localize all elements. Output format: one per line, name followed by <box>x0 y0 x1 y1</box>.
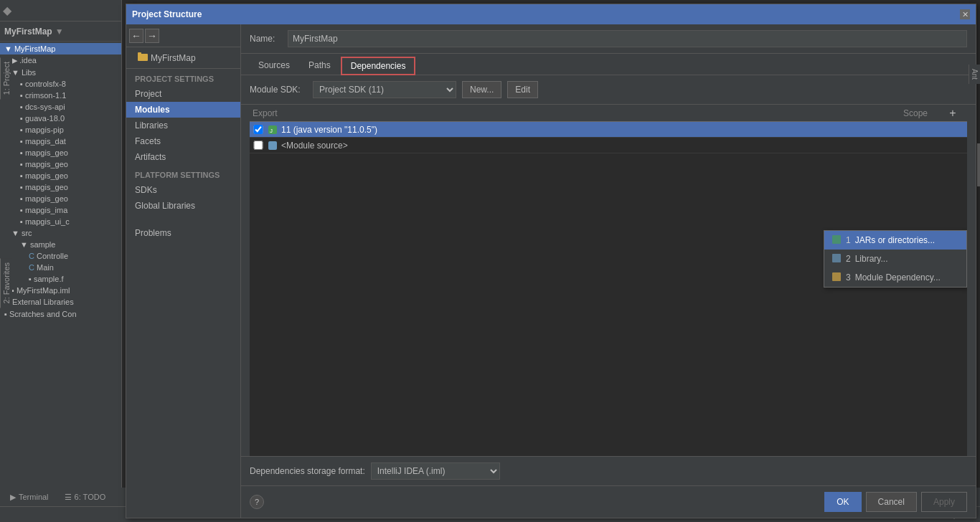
storage-format-select[interactable]: IntelliJ IDEA (.iml) Eclipse (.classpath… <box>371 462 500 480</box>
bottom-tab-terminal[interactable]: ▶ Terminal <box>3 488 56 506</box>
nav-item-artifacts[interactable]: Artifacts <box>126 149 240 165</box>
dep-checkbox-2[interactable] <box>253 141 264 150</box>
nav-item-project[interactable]: Project <box>126 86 240 102</box>
add-dependency-button[interactable]: + <box>944 105 961 122</box>
nav-item-problems[interactable]: Problems <box>126 225 240 241</box>
todo-icon: ☰ <box>65 493 72 502</box>
module-tree-item-myfirstmap[interactable]: MyFirstMap <box>132 50 235 65</box>
nav-item-sdks[interactable]: SDKs <box>126 182 240 198</box>
tree-item-mapgis5[interactable]: ▪ mapgis_geo <box>0 170 121 181</box>
module-folder-icon <box>138 52 148 63</box>
tree-item-mapgis4[interactable]: ▪ mapgis_geo <box>0 158 121 170</box>
sdk-icon: J <box>267 124 278 136</box>
dropdown-item-module-dep[interactable]: 3 Module Dependency... <box>824 268 966 287</box>
tree-item-mapgis8[interactable]: ▪ mapgis_ima <box>0 204 121 216</box>
tree-item-libs[interactable]: ▼ Libs <box>0 67 121 78</box>
sdk-new-button[interactable]: New... <box>462 81 501 98</box>
tree-item-guava[interactable]: ▪ guava-18.0 <box>0 113 121 124</box>
tree-item-mapgis1[interactable]: ▪ mapgis-pip <box>0 124 121 136</box>
table-row[interactable]: J 11 (java version "11.0.5") <box>250 122 967 138</box>
storage-format-row: Dependencies storage format: IntelliJ ID… <box>241 456 976 485</box>
tree-expand-icon: ▼ <box>4 44 14 53</box>
terminal-icon: ▶ <box>10 493 16 502</box>
ok-button[interactable]: OK <box>824 492 861 512</box>
vertical-resize-handle[interactable] <box>977 143 980 186</box>
deps-table-container: Export Scope + J 11 (jav <box>250 105 967 456</box>
svg-text:J: J <box>270 128 273 134</box>
deps-table-body: J 11 (java version "11.0.5") <Module sou… <box>250 122 967 456</box>
nav-forward-button[interactable]: → <box>145 29 159 43</box>
sdk-label: Module SDK: <box>250 85 307 95</box>
sdk-row: Module SDK: Project SDK (11) New... Edit <box>241 75 976 105</box>
project-dropdown-icon[interactable]: ▼ <box>55 27 64 37</box>
tree-item-samplef[interactable]: ▪ sample.f <box>0 273 121 285</box>
tree-item-mapgis7[interactable]: ▪ mapgis_geo <box>0 193 121 204</box>
sdk-edit-button[interactable]: Edit <box>507 81 538 98</box>
tree-item-idea[interactable]: ▶ .idea <box>0 54 121 67</box>
tree-item-crimson[interactable]: ▪ crimson-1.1 <box>0 90 121 101</box>
dialog-titlebar: Project Structure ✕ <box>126 4 976 24</box>
tab-dependencies[interactable]: Dependencies <box>341 57 416 75</box>
add-dependency-dropdown: 1 JARs or directories... 2 Library... <box>824 230 967 288</box>
apply-button[interactable]: Apply <box>921 492 967 512</box>
tree-item-src[interactable]: ▼ src <box>0 227 121 239</box>
cancel-button[interactable]: Cancel <box>866 492 917 512</box>
dropdown-item-jars[interactable]: 1 JARs or directories... <box>824 231 966 250</box>
nav-item-modules[interactable]: Modules <box>126 102 240 118</box>
tree-item-scratches[interactable]: ▪ Scratches and Con <box>0 308 121 320</box>
tree-item-sample[interactable]: ▼ sample <box>0 239 121 250</box>
dialog-close-button[interactable]: ✕ <box>960 9 970 19</box>
module-name-tree: MyFirstMap <box>151 53 196 63</box>
sdk-select[interactable]: Project SDK (11) <box>313 81 456 98</box>
tab-sources[interactable]: Sources <box>250 57 298 75</box>
svg-rect-6 <box>832 235 841 244</box>
tree-item-main[interactable]: C Main <box>0 262 121 273</box>
dialog-right-panel: Name: Sources Paths Dependencies Module … <box>241 24 976 518</box>
module-dep-item-label: Module Dependency... <box>855 272 941 283</box>
module-name-input[interactable] <box>288 30 967 47</box>
jars-item-num: 1 <box>846 235 851 245</box>
dep-row-label-1: 11 (java version "11.0.5") <box>281 125 907 135</box>
nav-item-global-libraries[interactable]: Global Libraries <box>126 198 240 214</box>
tree-item-dcs[interactable]: ▪ dcs-sys-api <box>0 101 121 113</box>
side-tab-project[interactable]: 1: Project <box>0 57 12 99</box>
tree-item-mapgis3[interactable]: ▪ mapgis_geo <box>0 147 121 158</box>
deps-table-header: Export Scope + <box>250 105 967 122</box>
ide-toolbar: ◆ <box>0 0 121 22</box>
project-structure-dialog: Project Structure ✕ ← → MyFirstMap <box>126 4 976 518</box>
tree-item-mapgis2[interactable]: ▪ mapgis_dat <box>0 136 121 147</box>
ide-logo: ◆ <box>3 4 11 17</box>
tab-paths[interactable]: Paths <box>300 57 339 75</box>
table-row[interactable]: <Module source> <box>250 138 967 153</box>
outer-window: ◆ MyFirstMap ▼ ▼ MyFirstMap ▶ .idea ▼ Li… <box>0 0 980 522</box>
tree-item-controlsfx[interactable]: ▪ controlsfx-8 <box>0 78 121 90</box>
library-item-num: 2 <box>846 254 851 264</box>
dropdown-item-library[interactable]: 2 Library... <box>824 250 966 268</box>
tree-item-mapgis9[interactable]: ▪ mapgis_ui_c <box>0 216 121 227</box>
platform-settings-header: Platform Settings <box>126 165 240 182</box>
storage-format-label: Dependencies storage format: <box>250 466 365 476</box>
side-tab-favorites[interactable]: 2: Favorites <box>0 258 12 308</box>
svg-rect-7 <box>832 254 841 262</box>
bottom-tab-todo[interactable]: ☰ 6: TODO <box>57 488 113 506</box>
tree-item-controller[interactable]: C Controlle <box>0 250 121 262</box>
project-settings-header: Project Settings <box>126 69 240 86</box>
tree-item-myfirstmap[interactable]: ▼ MyFirstMap <box>0 43 121 54</box>
tabs-row: Sources Paths Dependencies <box>241 54 976 75</box>
svg-rect-2 <box>138 52 141 54</box>
nav-back-button[interactable]: ← <box>129 29 143 43</box>
module-name-row: Name: <box>241 24 976 54</box>
nav-item-libraries[interactable]: Libraries <box>126 118 240 133</box>
tree-item-mapgis6[interactable]: ▪ mapgis_geo <box>0 181 121 193</box>
col-scope-header: Scope <box>887 108 944 118</box>
tree-item-iml[interactable]: ▪ MyFirstMap.iml <box>0 285 121 296</box>
tree-item-extlib[interactable]: ▶ External Libraries <box>0 296 121 308</box>
side-tab-ant[interactable]: Ant <box>969 65 980 84</box>
help-button[interactable]: ? <box>250 495 264 509</box>
svg-rect-5 <box>268 141 277 150</box>
project-label: MyFirstMap <box>4 27 52 37</box>
ide-left-panel: ◆ MyFirstMap ▼ ▼ MyFirstMap ▶ .idea ▼ Li… <box>0 0 122 522</box>
nav-item-facets[interactable]: Facets <box>126 133 240 149</box>
svg-rect-8 <box>832 272 841 281</box>
dep-checkbox-1[interactable] <box>253 125 264 134</box>
